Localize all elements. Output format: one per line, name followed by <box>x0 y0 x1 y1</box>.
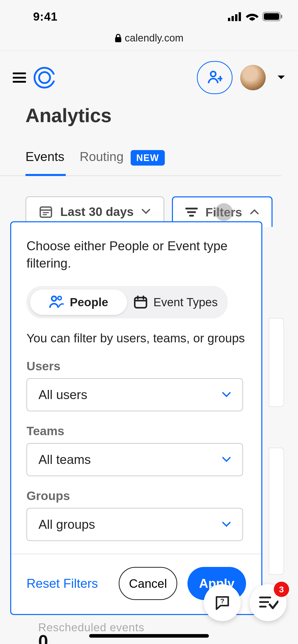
page-title: Analytics <box>0 104 298 134</box>
chevron-down-icon <box>222 521 231 528</box>
chat-help-icon: ? <box>213 594 231 612</box>
avatar-dropdown-icon[interactable] <box>277 75 285 80</box>
svg-rect-0 <box>228 18 230 21</box>
filters-popover: Choose either People or Event type filte… <box>10 221 262 615</box>
add-user-button[interactable] <box>197 61 233 94</box>
users-value: All users <box>38 387 87 402</box>
filter-row: Last 30 days Filters <box>0 176 298 227</box>
chevron-up-icon <box>250 209 259 215</box>
tab-routing-label: Routing <box>80 150 124 164</box>
chevron-down-icon <box>222 457 231 463</box>
segment-people[interactable]: People <box>30 289 127 315</box>
date-label: Last 30 days <box>60 205 133 219</box>
tasks-fab[interactable]: 3 <box>250 584 287 621</box>
teams-value: All teams <box>38 452 91 467</box>
battery-icon <box>262 12 283 21</box>
svg-rect-3 <box>239 12 241 21</box>
popover-subtext: You can filter by users, teams, or group… <box>26 331 246 345</box>
chevron-down-icon <box>222 392 231 398</box>
status-icons <box>228 12 283 21</box>
teams-label: Teams <box>26 424 246 438</box>
reset-filters-link[interactable]: Reset Filters <box>26 576 98 591</box>
url-domain: calendly.com <box>125 32 183 44</box>
svg-rect-7 <box>115 37 121 42</box>
filter-icon <box>185 207 198 217</box>
status-bar: 9:41 <box>0 0 298 25</box>
calendar-icon <box>39 205 52 218</box>
svg-rect-2 <box>235 14 237 21</box>
teams-select[interactable]: All teams <box>26 443 243 476</box>
fab-badge: 3 <box>274 582 289 597</box>
chevron-down-icon <box>141 209 151 215</box>
filter-type-segmented: People Event Types <box>26 286 228 318</box>
person-add-icon <box>207 70 222 85</box>
new-badge: NEW <box>131 150 165 166</box>
background-card <box>269 318 284 407</box>
lock-icon <box>115 34 122 43</box>
checklist-icon <box>258 594 278 612</box>
users-label: Users <box>26 359 246 373</box>
svg-point-17 <box>58 296 61 300</box>
wifi-icon <box>246 12 259 21</box>
groups-select[interactable]: All groups <box>26 508 243 541</box>
svg-point-16 <box>52 296 56 301</box>
background-card <box>269 448 284 575</box>
popover-heading: Choose either People or Event type filte… <box>26 238 246 272</box>
segment-event-types[interactable]: Event Types <box>127 289 224 315</box>
svg-point-8 <box>211 71 216 77</box>
groups-value: All groups <box>38 517 95 532</box>
background-value: 0 <box>38 631 48 644</box>
calendly-logo[interactable] <box>34 67 55 89</box>
help-fab[interactable]: ? <box>204 584 241 621</box>
people-icon <box>49 295 64 309</box>
svg-rect-18 <box>135 298 146 308</box>
tab-events[interactable]: Events <box>25 149 64 175</box>
segment-event-types-label: Event Types <box>153 295 218 309</box>
calendar-outline-icon <box>133 296 148 309</box>
tabs: Events Routing NEW <box>0 134 281 176</box>
user-avatar[interactable] <box>240 65 266 90</box>
segment-people-label: People <box>70 295 108 309</box>
url-bar[interactable]: calendly.com <box>0 25 298 51</box>
svg-rect-6 <box>281 15 282 18</box>
app-header <box>0 51 298 104</box>
svg-rect-1 <box>232 16 234 21</box>
users-select[interactable]: All users <box>26 378 243 411</box>
background-text: Rescheduled events <box>38 621 144 634</box>
menu-button[interactable] <box>13 72 26 83</box>
tab-routing[interactable]: Routing NEW <box>80 149 165 175</box>
svg-text:?: ? <box>220 597 224 605</box>
cancel-button[interactable]: Cancel <box>119 567 177 600</box>
groups-label: Groups <box>26 489 246 503</box>
status-time: 9:41 <box>33 10 58 23</box>
cellular-icon <box>228 12 242 21</box>
svg-rect-5 <box>264 13 279 20</box>
home-indicator[interactable] <box>89 634 209 638</box>
